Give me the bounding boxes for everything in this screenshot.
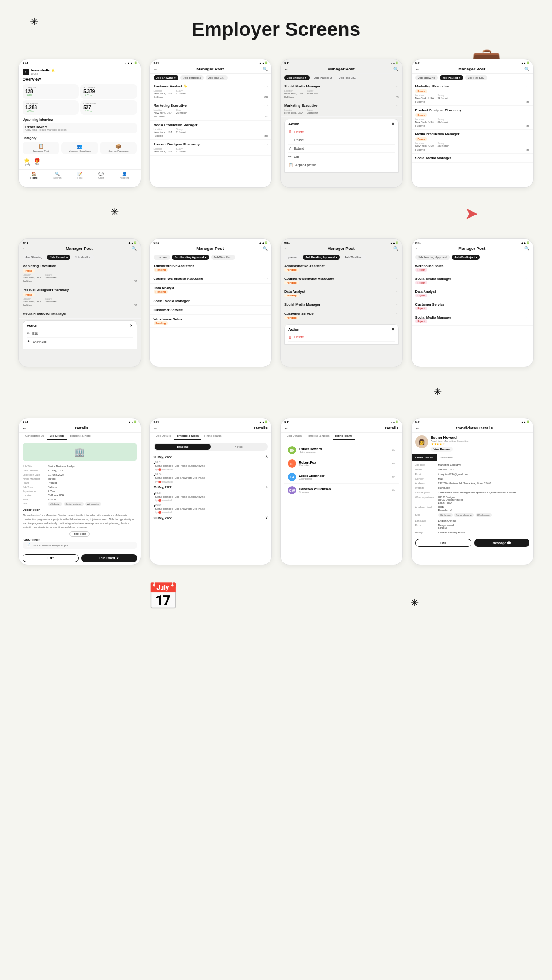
nav-home[interactable]: 🏠 Home bbox=[30, 172, 37, 179]
search-icon[interactable]: 🔍 bbox=[263, 246, 268, 251]
divider-row2: ✳︎ bbox=[18, 377, 534, 409]
search-icon[interactable]: 🔍 bbox=[132, 246, 137, 251]
tab-paused[interactable]: ..paused bbox=[284, 255, 301, 260]
tab-timeline[interactable]: Timeline & Notes bbox=[174, 433, 202, 440]
details-tabs: Candidates 99 Job Details Timeline & Not… bbox=[19, 433, 141, 440]
tab-job-showing[interactable]: Job Showing ● bbox=[154, 75, 179, 80]
star-deco-right: ✳︎ bbox=[433, 386, 442, 398]
tab-timeline[interactable]: Timeline & Notes bbox=[305, 433, 333, 440]
action-edit[interactable]: ✏ Edit bbox=[27, 330, 133, 338]
action-delete[interactable]: 🗑 Delete bbox=[288, 128, 395, 136]
description-label: Description bbox=[19, 507, 141, 512]
back-button[interactable]: ← bbox=[154, 426, 158, 430]
close-action[interactable]: ✕ bbox=[391, 327, 395, 331]
tab-job-showing[interactable]: Job Showing bbox=[23, 255, 45, 260]
nav-search[interactable]: 🔍 Search bbox=[53, 172, 61, 179]
cat-manager-post[interactable]: 📋 Manager Post bbox=[23, 142, 59, 154]
close-action[interactable]: ✕ bbox=[391, 122, 395, 126]
job-card: Product Designer Pharmacy ··· Pause Loca… bbox=[412, 106, 534, 130]
back-button[interactable]: ← bbox=[154, 246, 158, 251]
back-button[interactable]: ← bbox=[23, 246, 27, 251]
edit-member-icon[interactable]: ✏ bbox=[392, 448, 395, 452]
back-button[interactable]: ← bbox=[284, 426, 288, 430]
tab-job-hasex[interactable]: Job Has Ex.. bbox=[465, 75, 487, 80]
tab-hiring-teams[interactable]: Hiring Teams bbox=[201, 433, 224, 440]
tab-job-hasex[interactable]: Job Has Ex.. bbox=[206, 75, 228, 80]
tab-rejected[interactable]: Job Was Rec.. bbox=[342, 255, 366, 260]
see-more-button[interactable]: See More bbox=[69, 531, 90, 537]
loyalty-item[interactable]: ⭐ Loyalty bbox=[23, 158, 30, 166]
view-resume-button[interactable]: View Resume bbox=[431, 447, 453, 452]
back-button[interactable]: ← bbox=[415, 246, 420, 251]
back-button[interactable]: ← bbox=[154, 67, 158, 71]
tab-row: ..paused Job Pending Approval ● Job Was … bbox=[150, 253, 272, 261]
tab-client-review[interactable]: Client Review bbox=[412, 454, 437, 461]
tab-job-paused[interactable]: Job Paused 2 bbox=[311, 75, 335, 80]
cat-service-packages[interactable]: 📦 Service Packages bbox=[100, 142, 137, 154]
job-card: Marketing Executive ··· LocationNew York… bbox=[281, 101, 402, 117]
search-icon[interactable]: 🔍 bbox=[524, 67, 529, 71]
phone-header: ← Manager Post 🔍 bbox=[150, 245, 272, 253]
back-button[interactable]: ← bbox=[415, 67, 420, 71]
tab-job-paused[interactable]: Job Paused ● bbox=[440, 75, 463, 80]
tab-pending[interactable]: Job Pending Approval ● bbox=[172, 255, 209, 260]
timeline-btn[interactable]: Timeline bbox=[155, 444, 211, 450]
tab-job-paused[interactable]: Job Paused 2 bbox=[180, 75, 204, 80]
tab-job-hasex[interactable]: Job Has Ex.. bbox=[336, 75, 358, 80]
time: 9:41 bbox=[415, 62, 421, 64]
page-title: Employer Screens bbox=[0, 18, 552, 41]
action-applied-profile[interactable]: 📋 Applied profile bbox=[288, 161, 395, 169]
edit-member-icon[interactable]: ✏ bbox=[392, 462, 395, 466]
published-button[interactable]: Published ▼ bbox=[81, 554, 137, 562]
edit-member-icon[interactable]: ✏ bbox=[392, 475, 395, 479]
status-bar: 9:41 ▲▲🔋 bbox=[412, 418, 534, 424]
edit-member-icon[interactable]: ✏ bbox=[392, 488, 395, 493]
tab-job-details[interactable]: Job Details bbox=[47, 433, 67, 440]
tab-interview[interactable]: Interview bbox=[437, 454, 456, 461]
back-button[interactable]: ← bbox=[284, 246, 288, 251]
tab-pending[interactable]: Job Pending Approval bbox=[415, 255, 450, 260]
nav-post[interactable]: 📝 Post bbox=[77, 172, 82, 179]
phone-header: ← Details bbox=[281, 424, 402, 433]
tab-timeline-notes[interactable]: Timeline & Note bbox=[67, 433, 93, 440]
tab-job-showing[interactable]: Job Showing ● bbox=[284, 75, 310, 80]
action-extend[interactable]: ⤢ Extend bbox=[288, 145, 395, 153]
action-delete[interactable]: 🗑 Delete bbox=[288, 333, 395, 342]
tab-job-hasex[interactable]: Job Has Ex.. bbox=[72, 255, 94, 260]
call-button[interactable]: Call bbox=[415, 539, 472, 547]
tab-row: Job Showing Job Paused ● Job Has Ex.. bbox=[412, 74, 534, 82]
action-show-job[interactable]: 👁 Show Job bbox=[27, 338, 133, 346]
nav-account[interactable]: 👤 Account bbox=[120, 172, 129, 179]
tab-rejected[interactable]: Job Was Reject ● bbox=[452, 255, 480, 260]
back-button[interactable]: ← bbox=[284, 67, 288, 71]
notes-btn[interactable]: Notes bbox=[211, 444, 267, 450]
gift-item[interactable]: 🎁 Gift bbox=[34, 158, 40, 166]
tab-pending[interactable]: Job Pending Approval ● bbox=[303, 255, 340, 260]
tab-hiring-teams[interactable]: Hiring Teams bbox=[333, 433, 356, 440]
back-button[interactable]: ← bbox=[415, 426, 420, 430]
search-icon[interactable]: 🔍 bbox=[524, 246, 529, 251]
edit-button[interactable]: Edit bbox=[23, 554, 79, 562]
action-pause[interactable]: ⏸ Pause bbox=[288, 136, 395, 145]
tab-rejected[interactable]: Job Was Rec.. bbox=[211, 255, 235, 260]
close-action[interactable]: ✕ bbox=[130, 324, 133, 328]
tab-job-paused[interactable]: Job Paused ● bbox=[47, 255, 70, 260]
divider-row1: ✳︎ ➤ bbox=[18, 197, 534, 229]
tab-candidates[interactable]: Candidates 99 bbox=[23, 433, 47, 440]
phone-pending-delete: 9:41 ▲▲🔋 ← Manager Post 🔍 ..paused Job P… bbox=[280, 238, 403, 367]
tab-job-showing[interactable]: Job Showing bbox=[415, 75, 438, 80]
cat-manager-candidate[interactable]: 👥 Manager Candidate bbox=[61, 142, 98, 154]
tab-job-details[interactable]: Job Details bbox=[154, 433, 174, 440]
time: 9:41 bbox=[154, 421, 159, 423]
tab-paused[interactable]: ..paused bbox=[154, 255, 170, 260]
search-icon[interactable]: 🔍 bbox=[393, 67, 398, 71]
search-icon[interactable]: 🔍 bbox=[263, 67, 268, 71]
message-button[interactable]: Message 💬 bbox=[474, 539, 529, 547]
search-icon[interactable]: 🔍 bbox=[393, 246, 398, 251]
status-bar: 9:41 ▲▲🔋 bbox=[412, 59, 534, 65]
tab-job-details[interactable]: Job Details bbox=[284, 433, 305, 440]
action-edit[interactable]: ✏ Edit bbox=[288, 153, 395, 161]
back-button[interactable]: ← bbox=[23, 426, 27, 430]
nav-chat[interactable]: 💬 Chat bbox=[98, 172, 104, 179]
phone-header: ← Manager Post 🔍 bbox=[19, 245, 141, 253]
